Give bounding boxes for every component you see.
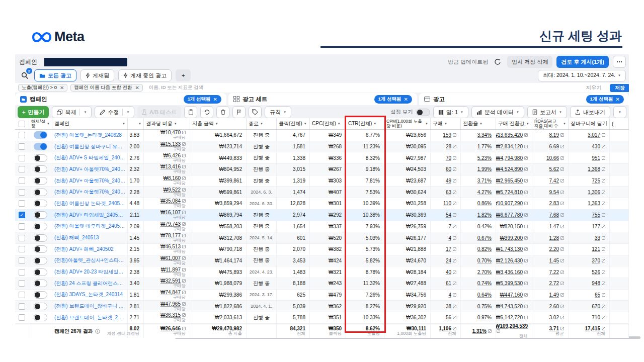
campaign-name-link[interactable]: (전환) ADV+ S 타임세일_240719 캠페인 [54,154,125,161]
tag-button[interactable] [249,106,262,118]
purchases-value[interactable]: 17 [446,246,451,252]
conv_rate-value[interactable]: 1.82% [477,212,492,218]
campaign-name-link[interactable]: (전환) ADV+ 아울렛70%_240603 캠페인 [54,177,125,185]
conv_value-value[interactable]: ₩6,677,780 [496,212,523,218]
campaign-status-toggle[interactable] [34,189,47,196]
row-checkbox[interactable] [19,292,25,298]
campaign-name-link[interactable]: (전환) ADV+ 아울렛70%_240621 캠페인 [54,166,125,173]
conv_rate-value[interactable]: 0.97% [477,315,492,320]
save-filters-button[interactable]: 저장 [610,84,629,92]
close-icon[interactable]: ✕ [213,97,217,102]
cart-value[interactable]: 33 [595,235,600,241]
tab-ads[interactable]: 광고 1개 선택됨 ✕ [419,93,629,105]
search-button[interactable]: 2 [19,70,30,81]
conv_rate-value[interactable]: 0.75% [477,304,492,309]
conv_rate-value[interactable]: 3.34% [477,132,492,138]
cart-value[interactable]: 430 [592,144,600,149]
roas-value[interactable]: 1.28 [549,235,559,241]
row-checkbox[interactable] [19,166,25,172]
purchases-value[interactable]: 110 [443,201,451,206]
roas-value[interactable]: 1.47 [549,224,559,229]
cart-value[interactable]: 1,368 [588,166,600,172]
export-button[interactable]: 내보내기 [570,106,610,118]
column-header[interactable]: 해제/설정▼ [29,118,52,129]
conv_value-value[interactable]: ₩1,743,130 [496,246,523,252]
conv_rate-value[interactable]: 2.70% [477,269,492,275]
roas-value[interactable]: 1.45 [549,258,559,263]
edit-button[interactable]: 수정 ▼ [95,106,134,118]
column-header[interactable]: CPC(전체)▼ [310,118,346,129]
chevron-down-icon[interactable]: ▼ [444,122,447,125]
cart-value[interactable]: 670 [592,304,600,309]
cart-value[interactable]: 725 [592,178,600,184]
chevron-down-icon[interactable]: ▼ [84,111,87,114]
report-button[interactable]: 보고서 ▼ [527,106,567,118]
roas-value[interactable]: 1.49 [549,292,559,298]
column-header[interactable]: 캠페인▼ [52,118,128,129]
cart-value[interactable]: 710 [592,315,600,320]
add-filter-tab-button[interactable]: + [176,69,191,81]
chevron-down-icon[interactable]: ▼ [338,122,341,125]
roas-value[interactable]: 7.22 [549,269,559,275]
delete-button[interactable] [216,106,229,118]
column-header[interactable]: 장바구니에 담기▼ [569,118,610,129]
conv_value-value[interactable]: ₩13,635,420 [496,132,523,138]
chevron-down-icon[interactable]: ▼ [304,122,307,125]
row-checkbox[interactable] [19,177,25,184]
conv_value-value[interactable]: ₩3,436,160 [496,269,523,275]
chevron-down-icon[interactable]: ▼ [260,122,263,125]
purchases-value[interactable]: 40 [446,269,451,275]
purchases-value[interactable]: 159 [443,132,451,138]
ab-test-button[interactable]: A/B 테스트 [137,106,181,118]
campaign-status-toggle[interactable] [34,257,47,264]
flag-button[interactable] [232,106,246,118]
filter-chip-name-contains[interactable]: 캠페인 이름 다음 포함 전환 ✕ [70,84,142,92]
campaign-status-toggle[interactable] [34,314,47,321]
conv_value-value[interactable]: ₩2,834,120 [496,144,523,149]
row-checkbox[interactable] [19,189,25,196]
select-all-checkbox[interactable] [19,121,25,127]
cart-value[interactable]: 3,017 [588,132,600,138]
conv_value-value[interactable]: ₩6,142,720 [496,315,523,320]
column-header[interactable]: 종료▼ [247,118,277,129]
roas-value[interactable]: 3.02 [549,315,559,320]
roas-value[interactable]: 10.66 [546,155,559,161]
row-checkbox[interactable] [19,269,25,276]
conv_rate-value[interactable]: 1.99% [477,166,492,172]
campaign-status-toggle[interactable] [34,223,47,230]
tab-active-ads[interactable]: 게재 중인 광고 [118,69,172,81]
tab-had-delivery[interactable]: 게재됨 [80,69,114,81]
campaign-status-toggle[interactable] [34,154,47,162]
cart-value[interactable]: 951 [592,155,600,161]
search-input[interactable]: 이름, ID 또는 지표로 검색 [149,84,203,91]
campaign-status-toggle[interactable] [34,234,47,242]
campaign-name-link[interactable]: (전환)아울렛_관심사+인스타_240426 [54,257,125,264]
row-checkbox[interactable] [19,200,25,207]
ad-selected-pill[interactable]: 1개 선택됨 ✕ [586,95,624,104]
conv_rate-value[interactable]: 3.71% [477,178,492,184]
campaign-status-toggle[interactable] [34,245,47,253]
chevron-down-icon[interactable]: ▼ [122,122,125,125]
clipboard-button[interactable] [184,106,197,118]
column-header[interactable]: 구매▼ [431,118,461,129]
row-checkbox[interactable] [19,143,25,150]
column-header[interactable]: 클릭(전체)▼ [277,118,310,129]
conv_rate-value[interactable]: 0.82% [477,246,492,252]
row-checkbox[interactable] [19,132,25,138]
chevron-down-icon[interactable]: ▼ [563,122,566,126]
conv_rate-value[interactable]: 4.27% [477,190,492,195]
select-all-header[interactable] [15,118,29,129]
filter-chip-impressions[interactable]: 노출(캠페인) > 0 ✕ [18,84,67,92]
conv_rate-value[interactable]: 0.67% [477,235,492,241]
cart-value[interactable]: 177 [592,224,600,229]
cart-value[interactable]: 370 [592,258,600,263]
campaign-status-toggle[interactable] [34,268,47,276]
cart-value[interactable]: 1,306 [588,190,600,195]
column-header[interactable]: CPM(1,000회 노출당 비용)▼ [384,118,431,129]
tab-all-ads[interactable]: 모든 광고 [34,69,76,81]
chevron-down-icon[interactable]: ▼ [126,111,129,114]
conv_rate-value[interactable]: 0.74% [477,281,492,286]
column-header[interactable]: 구매 ROAS(광고 지출 대비 수익률)▼ [532,118,569,129]
roas-value[interactable]: 8.19 [549,132,559,138]
cart-value[interactable]: 755 [592,212,600,218]
